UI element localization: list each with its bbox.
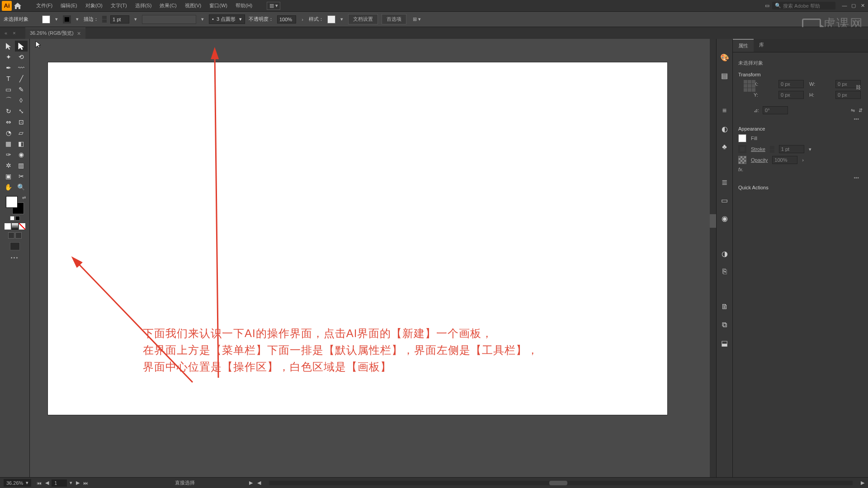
artboard-first-icon[interactable]: ⏮ <box>36 480 42 486</box>
paintbrush-tool-icon[interactable]: ✎ <box>15 84 28 95</box>
stroke-weight-dropdown[interactable]: ▾ <box>133 16 138 22</box>
pathfinder-panel-icon[interactable]: ⧉ <box>720 320 730 330</box>
opacity-field[interactable]: 100% <box>277 15 296 23</box>
transform-panel-icon[interactable]: ⬓ <box>720 338 730 348</box>
flip-h-icon[interactable]: ⇋ <box>851 108 855 113</box>
fill-color-icon[interactable] <box>6 196 18 208</box>
brushes-panel-icon[interactable]: ◉ <box>720 213 730 223</box>
menu-help[interactable]: 帮助(H) <box>232 0 256 11</box>
frame-icon[interactable]: ▭ <box>765 3 769 9</box>
align-panel-icon[interactable]: 🗎 <box>720 302 730 312</box>
swatches-panel-icon[interactable]: ▤ <box>720 70 730 80</box>
home-icon[interactable] <box>13 1 23 11</box>
type-tool-icon[interactable]: T <box>2 73 15 84</box>
tab-close-button[interactable]: × <box>77 30 81 37</box>
artboard-number-field[interactable]: 1 <box>52 479 67 487</box>
draw-behind-icon[interactable] <box>15 232 22 239</box>
y-field[interactable]: 0 px <box>778 91 804 99</box>
panel-tab-properties[interactable]: 属性 <box>733 39 754 52</box>
search-box[interactable]: 🔍 <box>772 2 835 9</box>
rotate-tool-icon[interactable]: ↻ <box>2 106 15 117</box>
transform-more-icon[interactable]: ••• <box>854 116 859 122</box>
gradient-mode-icon[interactable] <box>12 223 18 230</box>
mesh-tool-icon[interactable]: ▦ <box>2 138 15 149</box>
fill-swatch[interactable] <box>42 15 50 23</box>
canvas-area[interactable]: 下面我们来认识一下AI的操作界面，点击AI界面的【新建】一个画板， 在界面上方是… <box>30 39 716 477</box>
stroke-stepper[interactable] <box>102 16 107 23</box>
panel-fill-swatch[interactable] <box>738 134 746 142</box>
selection-tool-icon[interactable] <box>2 41 15 52</box>
direct-selection-tool-icon[interactable] <box>15 41 28 52</box>
menu-effect[interactable]: 效果(C) <box>156 0 180 11</box>
variable-width-field[interactable] <box>142 15 196 24</box>
menu-select[interactable]: 选择(S) <box>132 0 156 11</box>
panel-stroke-field[interactable]: 1 pt <box>779 145 804 153</box>
shape-builder-tool-icon[interactable]: ◔ <box>2 127 15 138</box>
preferences-button[interactable]: 首选项 <box>382 14 406 24</box>
shaper-tool-icon[interactable]: ⌒ <box>2 95 15 106</box>
close-icon[interactable]: ✕ <box>859 3 866 9</box>
style-swatch[interactable] <box>327 15 335 23</box>
vertical-scrollbar[interactable] <box>710 39 716 477</box>
stroke-swatch[interactable] <box>63 15 71 23</box>
stroke-swatch-dropdown[interactable]: ▾ <box>75 16 80 22</box>
opacity-dropdown[interactable]: › <box>300 17 305 22</box>
asset-export-panel-icon[interactable]: ▭ <box>720 195 730 205</box>
color-proxy[interactable]: ⇄ <box>6 196 24 214</box>
variable-width-dropdown[interactable]: ▾ <box>200 16 205 22</box>
magic-wand-tool-icon[interactable]: ✦ <box>2 52 15 62</box>
document-tab[interactable]: 36.26% (RGB/预览) × <box>25 28 85 39</box>
scale-tool-icon[interactable]: ⤡ <box>15 106 28 117</box>
default-stroke-icon[interactable] <box>15 216 20 221</box>
hand-tool-icon[interactable]: ✋ <box>2 182 15 192</box>
flip-v-icon[interactable]: ⇵ <box>859 108 863 113</box>
min-icon[interactable]: — <box>841 3 848 9</box>
swap-colors-icon[interactable]: ⇄ <box>22 195 26 200</box>
tab-close-icon[interactable]: × <box>13 30 15 36</box>
symbols-panel-icon[interactable]: ♣ <box>720 142 730 152</box>
eyedropper-tool-icon[interactable]: ✑ <box>2 149 15 160</box>
panel-stroke-stepper[interactable] <box>770 146 774 153</box>
arrange-documents-icon[interactable]: ▥ ▾ <box>267 2 280 10</box>
perspective-tool-icon[interactable]: ▱ <box>15 127 28 138</box>
x-field[interactable]: 0 px <box>778 80 804 88</box>
screen-mode-icon[interactable] <box>10 242 20 250</box>
line-tool-icon[interactable]: ╱ <box>15 73 28 84</box>
menu-object[interactable]: 对象(O) <box>82 0 106 11</box>
blend-tool-icon[interactable]: ◉ <box>15 149 28 160</box>
color-mode-icon[interactable] <box>5 223 11 230</box>
angle-field[interactable]: 0° <box>763 106 788 114</box>
zoom-tool-icon[interactable]: 🔍 <box>15 182 28 192</box>
default-fill-icon[interactable] <box>10 216 14 221</box>
artboard-prev-icon[interactable]: ◀ <box>44 480 50 486</box>
none-mode-icon[interactable] <box>19 223 25 230</box>
reference-point-icon[interactable] <box>744 80 755 92</box>
artboard-last-icon[interactable]: ⏭ <box>82 480 89 486</box>
tab-prev-icon[interactable]: « <box>5 30 7 36</box>
artboard-next-icon[interactable]: ▶ <box>75 480 80 486</box>
pen-tool-icon[interactable]: ✒ <box>2 62 15 73</box>
symbol-sprayer-tool-icon[interactable]: ✲ <box>2 160 15 171</box>
panel-opacity-field[interactable]: 100% <box>772 156 797 164</box>
menu-file[interactable]: 文件(F) <box>33 0 56 11</box>
status-scroll-right-icon[interactable]: ▶ <box>861 480 864 486</box>
eraser-tool-icon[interactable]: ◊ <box>15 95 28 106</box>
panel-stroke-dropdown[interactable]: ▾ <box>809 146 811 152</box>
lasso-tool-icon[interactable]: ⟲ <box>15 52 28 62</box>
panel-tab-libraries[interactable]: 库 <box>754 39 769 52</box>
color-panel-icon[interactable]: 🎨 <box>720 52 730 62</box>
panel-stroke-label[interactable]: Stroke <box>751 146 765 152</box>
max-icon[interactable]: ▢ <box>850 3 857 9</box>
status-scroll-left-icon[interactable]: ◀ <box>257 480 261 486</box>
fx-label[interactable]: fx. <box>738 167 744 172</box>
menu-type[interactable]: 文字(T) <box>107 0 131 11</box>
search-input[interactable] <box>783 3 833 9</box>
style-dropdown[interactable]: ▾ <box>339 16 344 22</box>
panel-opacity-dropdown[interactable]: › <box>802 157 804 163</box>
document-setup-button[interactable]: 文档设置 <box>348 14 378 24</box>
layers-panel-icon[interactable]: ≣ <box>720 177 730 187</box>
menu-edit[interactable]: 编辑(E) <box>57 0 81 11</box>
menu-view[interactable]: 视图(V) <box>181 0 205 11</box>
edit-toolbar-icon[interactable]: ••• <box>11 255 19 260</box>
curvature-tool-icon[interactable]: 〰 <box>15 62 28 73</box>
